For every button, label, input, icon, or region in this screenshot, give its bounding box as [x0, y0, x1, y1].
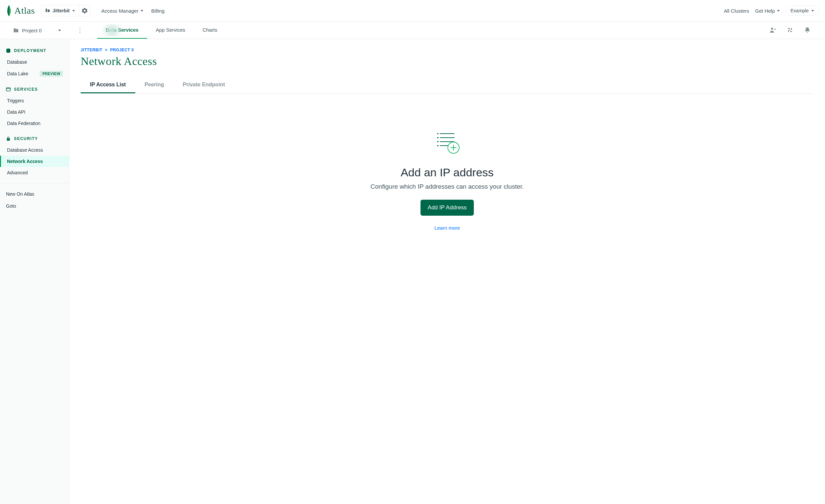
get-help-menu[interactable]: Get Help	[755, 8, 779, 14]
user-plus-icon	[770, 27, 776, 33]
all-clusters-label: All Clusters	[724, 8, 749, 14]
chevron-down-icon	[72, 10, 75, 12]
svg-point-7	[438, 133, 438, 134]
svg-rect-6	[7, 138, 10, 141]
svg-rect-1	[48, 9, 50, 12]
org-selector[interactable]: Jitterbit	[41, 5, 79, 16]
window-icon	[6, 87, 11, 92]
sidebar-item-data-federation[interactable]: Data Federation	[0, 118, 69, 129]
kebab-icon: ⋮	[77, 27, 83, 34]
learn-more-link[interactable]: Learn more	[435, 225, 460, 231]
tab-charts[interactable]: Charts	[194, 22, 226, 39]
database-icon	[6, 48, 11, 53]
sidebar-item-new-on-atlas[interactable]: New On Atlas	[0, 188, 69, 200]
chevron-down-icon	[811, 10, 814, 12]
chevron-down-icon	[58, 30, 61, 31]
sidebar-item-goto[interactable]: Goto	[0, 200, 69, 212]
tab-private-endpoint[interactable]: Private Endpoint	[173, 77, 234, 93]
sidebar-item-database-access[interactable]: Database Access	[0, 144, 69, 156]
atlas-logo[interactable]: Atlas	[6, 5, 35, 16]
sidebar: DEPLOYMENT Database Data Lake PREVIEW SE…	[0, 39, 69, 504]
tab-peering[interactable]: Peering	[135, 77, 173, 93]
extension-button[interactable]	[787, 27, 793, 34]
breadcrumb-project[interactable]: PROJECT 0	[110, 48, 134, 52]
invite-user-button[interactable]	[770, 27, 776, 34]
breadcrumb: JITTERBIT > PROJECT 0	[81, 48, 814, 52]
sidebar-item-network-access[interactable]: Network Access	[0, 156, 69, 167]
org-icon	[45, 8, 50, 14]
access-manager-label: Access Manager	[101, 8, 139, 14]
get-help-label: Get Help	[755, 8, 775, 14]
sidebar-section-security: SECURITY	[0, 136, 69, 144]
chevron-down-icon	[141, 10, 143, 12]
gear-icon	[82, 8, 87, 13]
tab-ip-access-list[interactable]: IP Access List	[81, 77, 135, 93]
preview-badge: PREVIEW	[40, 71, 63, 77]
org-name: Jitterbit	[53, 8, 70, 13]
project-bar: Project 0 ⋮ Data Services App Services C…	[0, 22, 825, 39]
svg-point-11	[438, 141, 438, 142]
billing-link[interactable]: Billing	[147, 8, 169, 14]
breadcrumb-org[interactable]: JITTERBIT	[81, 48, 102, 52]
notifications-button[interactable]	[804, 27, 810, 34]
project-selector[interactable]: Project 0	[13, 28, 71, 33]
svg-point-2	[771, 27, 773, 29]
empty-state-subtitle: Configure which IP addresses can access …	[371, 183, 524, 190]
leaf-icon	[6, 5, 12, 16]
access-manager-menu[interactable]: Access Manager	[97, 8, 147, 14]
svg-rect-4	[6, 88, 10, 91]
sidebar-item-data-lake[interactable]: Data Lake PREVIEW	[0, 68, 69, 80]
folder-icon	[13, 28, 19, 33]
page-title: Network Access	[81, 55, 814, 68]
sidebar-item-triggers[interactable]: Triggers	[0, 95, 69, 106]
network-access-tabs: IP Access List Peering Private Endpoint	[81, 77, 814, 94]
bell-icon	[804, 27, 810, 33]
sidebar-item-advanced[interactable]: Advanced	[0, 167, 69, 178]
svg-point-9	[438, 137, 438, 138]
sidebar-section-services: SERVICES	[0, 87, 69, 95]
breadcrumb-separator: >	[103, 48, 109, 52]
sidebar-item-data-api[interactable]: Data API	[0, 106, 69, 118]
sidebar-item-database[interactable]: Database	[0, 56, 69, 68]
tab-data-services[interactable]: Data Services	[97, 22, 147, 39]
chevron-down-icon	[777, 10, 780, 12]
all-clusters-link[interactable]: All Clusters	[724, 8, 749, 14]
project-more-button[interactable]: ⋮	[71, 27, 89, 33]
sidebar-section-deployment: DEPLOYMENT	[0, 48, 69, 56]
puzzle-icon	[787, 27, 793, 33]
add-ip-address-button[interactable]: Add IP Address	[421, 200, 474, 216]
billing-label: Billing	[151, 8, 165, 14]
tab-app-services[interactable]: App Services	[147, 22, 194, 39]
topbar: Atlas Jitterbit Access Manager Billing A…	[0, 0, 825, 22]
project-name: Project 0	[22, 28, 42, 33]
service-tabs: Data Services App Services Charts	[97, 22, 226, 39]
empty-state-illustration	[435, 130, 459, 156]
lock-icon	[6, 136, 11, 141]
main-content: JITTERBIT > PROJECT 0 Network Access IP …	[69, 39, 825, 504]
svg-point-13	[438, 145, 438, 146]
svg-rect-0	[45, 8, 47, 12]
account-menu[interactable]: Example	[786, 6, 819, 16]
brand-text: Atlas	[14, 5, 35, 16]
empty-state-title: Add an IP address	[400, 166, 494, 179]
empty-state: Add an IP address Configure which IP add…	[81, 130, 814, 231]
account-label: Example	[791, 8, 809, 13]
list-plus-icon	[435, 130, 459, 155]
org-settings-button[interactable]	[79, 5, 91, 16]
